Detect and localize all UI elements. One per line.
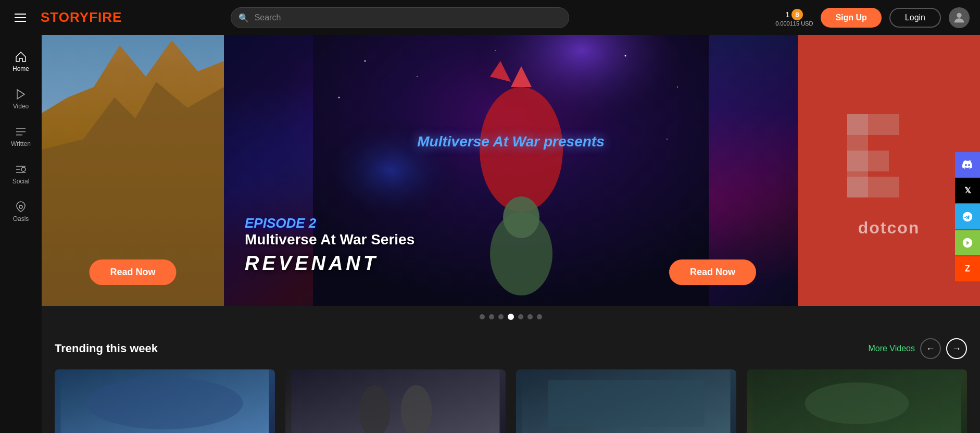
svg-marker-1 [17, 90, 24, 99]
read-now-button-left[interactable]: Read Now [89, 259, 176, 285]
carousel-dot-2[interactable] [489, 314, 494, 319]
avatar[interactable] [949, 7, 970, 28]
carousel-slide-left[interactable]: Read Now [42, 35, 224, 306]
sidebar-label-social: Social [12, 178, 30, 185]
svg-point-8 [21, 167, 26, 171]
sidebar: Home Video Written Social Oasis [0, 35, 42, 433]
search-bar: 🔍 [231, 7, 569, 28]
video-card-3[interactable] [516, 369, 736, 433]
video-thumbnail-4 [747, 369, 967, 433]
sidebar-label-oasis: Oasis [13, 215, 29, 222]
sidebar-item-social[interactable]: Social [0, 158, 42, 190]
carousel-dot-3[interactable] [498, 314, 504, 319]
next-videos-button[interactable]: → [946, 338, 967, 359]
dotcon-bracket-icon [837, 104, 941, 208]
crypto-amount: 0.000115 USD [775, 20, 813, 27]
trending-section: Trending this week More Videos ← → [42, 328, 980, 433]
crypto-badge[interactable]: 1 B 0.000115 USD [775, 9, 813, 27]
svg-point-18 [625, 55, 626, 57]
trending-nav: More Videos ← → [868, 338, 967, 359]
carousel-slide-center[interactable]: Multiverse At War presents EPISODE 2 Mul… [224, 35, 798, 306]
crypto-count: 1 [785, 10, 789, 19]
video-card-1[interactable] [55, 369, 275, 433]
prev-videos-button[interactable]: ← [920, 338, 941, 359]
storyfire-social-button[interactable]: Z [955, 256, 980, 281]
read-now-button-center[interactable]: Read Now [669, 259, 756, 285]
storyfire-social-icon: Z [965, 264, 970, 274]
svg-point-22 [667, 139, 668, 140]
episode-text: EPISODE 2 [245, 215, 414, 231]
sidebar-item-video[interactable]: Video [0, 83, 42, 115]
svg-point-0 [957, 13, 961, 17]
svg-rect-38 [548, 380, 705, 427]
video-thumbnail-1 [55, 369, 275, 433]
sidebar-item-oasis[interactable]: Oasis [0, 195, 42, 228]
trending-header: Trending this week More Videos ← → [55, 338, 967, 359]
carousel-dot-5[interactable] [518, 314, 523, 319]
header: STORYFIRE 🔍 1 B 0.000115 USD Sign Up Log… [0, 0, 980, 35]
login-button[interactable]: Login [889, 8, 941, 28]
svg-rect-31 [847, 177, 899, 197]
home-icon [15, 51, 27, 63]
main-content: Read Now [42, 35, 980, 433]
video-thumbnail-3 [516, 369, 736, 433]
discord-button[interactable] [955, 152, 980, 177]
svg-point-16 [365, 60, 366, 62]
search-icon: 🔍 [238, 13, 249, 22]
carousel-dot-4[interactable] [508, 314, 514, 320]
video-card-4[interactable] [747, 369, 967, 433]
sidebar-label-video: Video [13, 103, 29, 110]
carousel-dot-7[interactable] [537, 314, 542, 319]
carousel-dots [42, 306, 980, 328]
logo[interactable]: STORYFIRE [41, 9, 122, 26]
social-icon [15, 163, 27, 176]
search-input[interactable] [231, 7, 569, 28]
rumble-icon [962, 237, 973, 249]
svg-rect-29 [847, 114, 899, 135]
menu-icon[interactable] [10, 9, 30, 26]
video-icon [15, 88, 27, 101]
written-icon [15, 126, 27, 138]
dotcon-name: dotcon [858, 218, 920, 238]
svg-point-20 [495, 50, 496, 51]
sidebar-label-home: Home [12, 65, 29, 72]
discord-icon [962, 159, 973, 170]
twitter-button[interactable]: 𝕏 [955, 178, 980, 203]
social-floating-bar: 𝕏 Z [955, 152, 980, 281]
multiverse-title: Multiverse At War presents [417, 133, 604, 150]
svg-point-17 [417, 76, 418, 77]
hero-carousel: Read Now [42, 35, 980, 306]
crypto-icon: B [791, 9, 803, 20]
carousel-slide-right[interactable]: dotcon [798, 35, 980, 306]
video-card-2[interactable] [285, 369, 506, 433]
telegram-button[interactable] [955, 204, 980, 229]
sidebar-item-written[interactable]: Written [0, 120, 42, 153]
sidebar-label-written: Written [11, 140, 31, 147]
series-name: Multiverse At War Series [245, 231, 414, 248]
rumble-button[interactable] [955, 230, 980, 255]
svg-point-19 [677, 86, 678, 88]
trending-videos-row [55, 369, 967, 433]
trending-title: Trending this week [55, 342, 158, 355]
carousel-dot-1[interactable] [480, 314, 485, 319]
revenant-text: REVENANT [245, 252, 414, 275]
twitter-icon: 𝕏 [964, 185, 971, 195]
user-icon [952, 10, 966, 25]
svg-rect-30 [847, 151, 889, 171]
svg-point-40 [805, 382, 909, 424]
svg-rect-34 [292, 369, 500, 433]
carousel-dot-6[interactable] [527, 314, 533, 319]
dotcon-background: dotcon [798, 35, 980, 306]
sidebar-item-home[interactable]: Home [0, 45, 42, 78]
more-videos-link[interactable]: More Videos [868, 344, 915, 353]
dotcon-logo: dotcon [837, 104, 941, 238]
video-thumbnail-2 [285, 369, 506, 433]
svg-point-33 [87, 377, 243, 429]
telegram-icon [962, 211, 973, 222]
hero-overlay-text: EPISODE 2 Multiverse At War Series REVEN… [245, 215, 414, 275]
signup-button[interactable]: Sign Up [821, 8, 881, 28]
header-right: 1 B 0.000115 USD Sign Up Login [775, 7, 970, 28]
oasis-icon [15, 201, 27, 213]
svg-point-9 [19, 205, 22, 208]
svg-point-21 [338, 97, 340, 98]
